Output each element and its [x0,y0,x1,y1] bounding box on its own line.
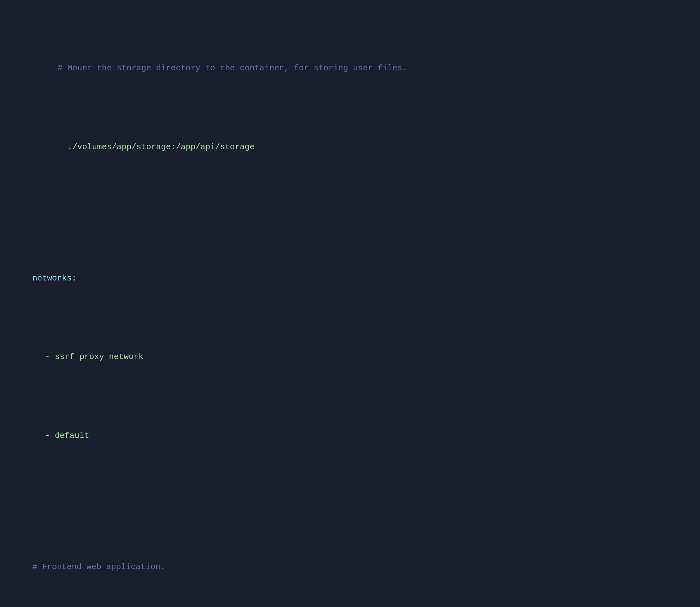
line-5: - ssrf_proxy_network [13,338,687,377]
value: ./volumes/app/storage:/app/api/storage [67,142,255,152]
comment-text: # Mount the storage directory to the con… [32,63,407,73]
value: ssrf_proxy_network [55,352,144,361]
code-editor: # Mount the storage directory to the con… [13,9,687,607]
line-3 [13,206,687,219]
line-8: # Frontend web application. [13,547,687,587]
line-1: # Mount the storage directory to the con… [13,49,687,88]
line-4: networks: [13,259,687,298]
dash: - [32,431,55,440]
line-6: - default [13,416,687,456]
dash: - [32,352,55,361]
key: networks: [32,274,76,283]
dash: - [32,142,67,152]
line-7 [13,495,687,508]
line-2: - ./volumes/app/storage:/app/api/storage [13,127,687,167]
comment-text: # Frontend web application. [32,562,165,572]
value: default [55,431,89,440]
